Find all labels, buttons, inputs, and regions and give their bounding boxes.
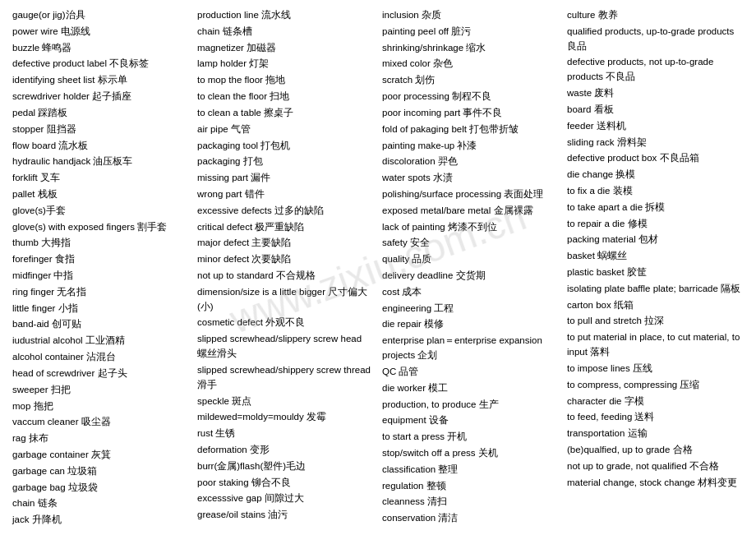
term-item: speckle 斑点 [197, 394, 374, 409]
term-item: critical defect 极严重缺陷 [197, 220, 374, 235]
term-item: (be)qualfied, up to grade 合格 [567, 443, 744, 458]
term-item: scratch 划伤 [382, 73, 559, 88]
term-item: to clean the floor 扫地 [197, 90, 374, 104]
term-item: shrinking/shrinkage 缩水 [382, 41, 559, 56]
term-item: equipment 设备 [382, 413, 559, 428]
term-item: regulation 整顿 [382, 479, 559, 494]
term-item: defective products, not up-to-grade prod… [567, 55, 744, 85]
term-item: power wire 电源线 [12, 25, 189, 39]
term-item: transportation 运输 [567, 427, 744, 441]
term-item: cosmetic defect 外观不良 [197, 316, 374, 330]
term-item: enterprise plan＝enterprise expansion pro… [382, 334, 559, 363]
term-item: gauge(or jig)治具 [12, 8, 189, 23]
term-item: conservation 清洁 [382, 511, 559, 526]
term-item: packing material 包材 [567, 233, 744, 247]
term-item: to impose lines 压线 [567, 362, 744, 376]
term-item: fold of pakaging belt 打包带折皱 [382, 122, 559, 137]
term-item: rag 抹布 [12, 431, 189, 446]
term-item: excesssive gap 间隙过大 [197, 491, 374, 506]
term-item: wrong part 错件 [197, 187, 374, 202]
term-item: pallet 栈板 [12, 187, 189, 202]
term-item: garbage can 垃圾箱 [12, 464, 189, 479]
term-item: chain 链条槽 [197, 25, 374, 39]
term-item: to pull and stretch 拉深 [567, 314, 744, 329]
term-item: not up to grade, not qualified 不合格 [567, 459, 744, 474]
term-item: basket 蜗螺丝 [567, 249, 744, 264]
term-item: QC 品管 [382, 365, 559, 380]
term-item: die change 换模 [567, 168, 744, 182]
term-item: sliding rack 滑料架 [567, 136, 744, 150]
term-item: production, to produce 生产 [382, 398, 559, 413]
column-4: culture 教养qualified products, up-to-grad… [567, 8, 744, 528]
term-item: thumb 大拇指 [12, 236, 189, 251]
term-item: forefinger 食指 [12, 252, 189, 267]
term-item: missing part 漏件 [197, 171, 374, 186]
term-item: poor incoming part 事件不良 [382, 106, 559, 121]
term-item: minor defect 次要缺陷 [197, 252, 374, 267]
term-item: deformation 变形 [197, 443, 374, 458]
term-item: mixed color 杂色 [382, 57, 559, 71]
term-item: die worker 模工 [382, 381, 559, 396]
term-item: slipped screwhead/shippery screw thread … [197, 363, 374, 393]
term-item: pedal 踩踏板 [12, 106, 189, 121]
term-item: to feed, feeding 送料 [567, 410, 744, 425]
term-item: identifying sheet list 标示单 [12, 73, 189, 88]
term-item: plastic basket 胶筐 [567, 265, 744, 280]
term-item: alcohol container 沾混台 [12, 350, 189, 365]
term-item: dimension/size is a little bigger 尺寸偏大(小… [197, 285, 374, 315]
term-item: qualified products, up-to-grade products… [567, 25, 744, 54]
term-item: die repair 模修 [382, 317, 559, 332]
term-item: delivery deadline 交货期 [382, 269, 559, 284]
term-item: to put material in place, to cut materia… [567, 330, 744, 360]
term-item: board 看板 [567, 103, 744, 118]
term-item: cleanness 清扫 [382, 495, 559, 510]
term-item: vaccum cleaner 吸尘器 [12, 415, 189, 430]
term-item: magnetizer 加磁器 [197, 41, 374, 56]
term-item: hydraulic handjack 油压板车 [12, 155, 189, 169]
term-item: isolating plate baffle plate; barricade … [567, 282, 744, 297]
term-item: polishing/surface processing 表面处理 [382, 187, 559, 202]
term-item: stop/switch off a press 关机 [382, 446, 559, 461]
term-item: grease/oil stains 油污 [197, 508, 374, 523]
term-item: character die 字模 [567, 394, 744, 409]
term-item: to fix a die 装模 [567, 184, 744, 199]
term-item: flow board 流水板 [12, 139, 189, 154]
term-item: lamp holder 灯架 [197, 57, 374, 71]
term-item: inclusion 杂质 [382, 8, 559, 23]
term-item: material change, stock change 材料变更 [567, 476, 744, 491]
term-item: mildewed=moldy=mouldy 发霉 [197, 410, 374, 425]
term-item: rust 生锈 [197, 427, 374, 441]
column-3: inclusion 杂质painting peel off 脏污shrinkin… [382, 8, 559, 528]
term-item: water spots 水渍 [382, 171, 559, 186]
column-1: gauge(or jig)治具power wire 电源线buzzle 蜂鸣器d… [12, 8, 189, 528]
term-item: garbage bag 垃圾袋 [12, 481, 189, 496]
term-item: to take apart a die 拆模 [567, 201, 744, 215]
term-item: feeder 送料机 [567, 119, 744, 134]
term-item: defective product box 不良品箱 [567, 151, 744, 166]
term-item: painting make-up 补漆 [382, 139, 559, 154]
term-item: forklift 叉车 [12, 171, 189, 186]
term-item: not up to standard 不合规格 [197, 269, 374, 284]
term-item: midfinger 中指 [12, 269, 189, 284]
term-item: chain 链条 [12, 496, 189, 511]
term-item: air pipe 气管 [197, 122, 374, 137]
term-item: buzzle 蜂鸣器 [12, 41, 189, 56]
term-item: glove(s)手套 [12, 204, 189, 219]
term-item: poor staking 铆合不良 [197, 476, 374, 491]
term-item: head of screwdriver 起子头 [12, 367, 189, 381]
term-item: little finger 小指 [12, 302, 189, 316]
term-item: garbage container 灰箕 [12, 448, 189, 463]
term-item: to repair a die 修模 [567, 217, 744, 232]
main-content: gauge(or jig)治具power wire 电源线buzzle 蜂鸣器d… [12, 8, 744, 528]
term-item: screwdriver holder 起子插座 [12, 90, 189, 104]
term-item: to start a press 开机 [382, 430, 559, 445]
term-item: major defect 主要缺陷 [197, 236, 374, 251]
term-item: slipped screwhead/slippery screw head 螺丝… [197, 332, 374, 362]
term-item: packaging 打包 [197, 155, 374, 169]
term-item: quality 品质 [382, 252, 559, 267]
term-item: jack 升降机 [12, 513, 189, 528]
term-item: culture 教养 [567, 8, 744, 23]
term-item: classification 整理 [382, 463, 559, 477]
term-item: discoloration 羿色 [382, 155, 559, 169]
term-item: iudustrial alcohol 工业酒精 [12, 334, 189, 348]
